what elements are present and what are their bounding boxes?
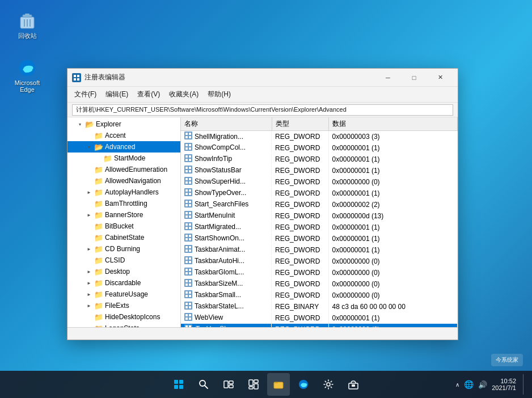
reg-type-cell: REG_DWORD: [272, 165, 328, 176]
table-row[interactable]: StartMenuInitREG_DWORD0x0000000d (13): [181, 210, 458, 222]
reg-type-cell: REG_DWORD: [272, 131, 328, 142]
expand-explorer[interactable]: ▾: [77, 121, 83, 128]
reg-type-cell: REG_DWORD: [272, 210, 328, 222]
expand-cabinet[interactable]: [86, 234, 92, 241]
svg-rect-18: [185, 144, 188, 146]
tree-item-advanced[interactable]: ▾ 📂 Advanced: [67, 141, 180, 153]
watermark: 今系统家: [491, 354, 523, 366]
tree-item-accent[interactable]: 📁 Accent: [67, 130, 180, 141]
watermark-text: 今系统家: [496, 357, 518, 363]
tree-item-explorer[interactable]: ▾ 📂 Explorer: [67, 118, 180, 130]
taskbar-explorer-button[interactable]: [267, 373, 290, 396]
svg-rect-8: [74, 75, 76, 77]
taskbar-edge-button[interactable]: [292, 373, 315, 396]
tree-item-fileexts[interactable]: ► 📁 FileExts: [67, 300, 180, 311]
reg-name-cell: Start_SearchFiles: [181, 199, 272, 210]
expand-advanced[interactable]: ▾: [86, 143, 92, 150]
tree-item-cabinet[interactable]: 📁 CabinetState: [67, 232, 180, 243]
table-row[interactable]: ShowSuperHid...REG_DWORD0x00000000 (0): [181, 176, 458, 188]
tray-clock[interactable]: 10:52 2021/7/1: [492, 378, 516, 391]
tray-volume-icon[interactable]: 🔊: [478, 380, 487, 389]
col-type[interactable]: 类型: [272, 117, 328, 131]
taskbar-settings-button[interactable]: [317, 373, 340, 396]
desktop-icon-edge[interactable]: Microsoft Edge: [9, 57, 45, 95]
expand-allowednav[interactable]: [86, 177, 92, 184]
tree-item-clsid[interactable]: 📁 CLSID: [67, 255, 180, 266]
menu-view[interactable]: 查看(V): [133, 87, 164, 101]
expand-banner[interactable]: ►: [86, 211, 92, 218]
table-row[interactable]: ShowStatusBarREG_DWORD0x00000001 (1): [181, 165, 458, 176]
expand-hidedesktop[interactable]: [86, 314, 92, 320]
tree-item-startmode[interactable]: 📁 StartMode: [67, 153, 180, 164]
tree-item-bam[interactable]: 📁 BamThrottling: [67, 198, 180, 209]
svg-rect-41: [189, 193, 191, 195]
table-row[interactable]: TaskbarSmall...REG_DWORD0x00000000 (0): [181, 290, 458, 301]
expand-allowedenum[interactable]: [86, 166, 92, 173]
tree-item-logonstats[interactable]: 📁 LogonStats: [67, 323, 180, 327]
svg-rect-114: [254, 384, 258, 389]
tree-item-allowedenum[interactable]: 📁 AllowedEnumeration: [67, 164, 180, 175]
reg-name-text: ShowCompCol...: [195, 143, 246, 151]
expand-accent[interactable]: [86, 132, 92, 139]
col-name[interactable]: 名称: [181, 117, 272, 131]
address-input[interactable]: 计算机\HKEY_CURRENT_USER\Software\Microsoft…: [72, 104, 453, 116]
table-row[interactable]: TaskbarAnimat...REG_DWORD0x00000001 (1): [181, 244, 458, 256]
minimize-button[interactable]: ─: [375, 69, 401, 87]
menu-favorites[interactable]: 收藏夹(A): [164, 87, 203, 101]
expand-bam[interactable]: [86, 200, 92, 207]
table-row[interactable]: ShowInfoTipREG_DWORD0x00000001 (1): [181, 154, 458, 165]
reg-name-text: ShowStatusBar: [195, 166, 242, 174]
close-button[interactable]: ✕: [427, 69, 453, 87]
table-row[interactable]: TaskbarGlomL...REG_DWORD0x00000000 (0): [181, 267, 458, 278]
expand-desktop[interactable]: ►: [86, 268, 92, 275]
menu-edit[interactable]: 编辑(E): [101, 87, 133, 101]
tray-network-icon[interactable]: 🌐: [464, 380, 474, 389]
expand-startmode[interactable]: [95, 155, 102, 162]
tree-item-feature[interactable]: ► 📁 FeatureUsage: [67, 289, 180, 300]
table-row[interactable]: TaskbarStateL...REG_BINARY48 c3 da 60 00…: [181, 301, 458, 312]
tree-item-allowednav[interactable]: 📁 AllowedNavigation: [67, 175, 180, 187]
tree-item-bitbucket[interactable]: 📁 BitBucket: [67, 221, 180, 232]
table-row[interactable]: StartShownOn...REG_DWORD0x00000001 (1): [181, 233, 458, 244]
tree-panel[interactable]: ▾ 📂 Explorer 📁 Accent ▾ 📂 Advanced: [67, 117, 181, 327]
tree-item-discard[interactable]: ► 📁 Discardable: [67, 277, 180, 289]
expand-bitbucket[interactable]: [86, 223, 92, 230]
svg-rect-29: [189, 167, 191, 169]
table-panel[interactable]: 名称 类型 数据 ShellMigration...REG_DWORD0x000…: [181, 117, 458, 327]
tray-chevron[interactable]: ∧: [455, 382, 459, 388]
taskbar-taskview-button[interactable]: [217, 373, 240, 396]
desktop-icon-recycle[interactable]: 回收站: [9, 9, 45, 43]
menu-help[interactable]: 帮助(H): [203, 87, 235, 101]
taskbar-widgets-button[interactable]: [242, 373, 265, 396]
taskbar-store-button[interactable]: [342, 373, 365, 396]
tree-item-cdburn[interactable]: ► 📁 CD Burning: [67, 243, 180, 255]
table-row[interactable]: ShowTypeOver...REG_DWORD0x00000001 (1): [181, 188, 458, 199]
svg-rect-26: [189, 159, 191, 161]
tree-item-hidedesktop[interactable]: 📁 HideDesktopIcons: [67, 311, 180, 323]
expand-clsid[interactable]: [86, 257, 92, 264]
taskbar-start-button[interactable]: [167, 373, 190, 396]
expand-feature[interactable]: ►: [86, 291, 92, 298]
registry-table: 名称 类型 数据 ShellMigration...REG_DWORD0x000…: [181, 117, 458, 327]
table-row[interactable]: ShellMigration...REG_DWORD0x00000003 (3): [181, 131, 458, 142]
tree-item-desktop[interactable]: ► 📁 Desktop: [67, 266, 180, 277]
taskbar-search-button[interactable]: [192, 373, 215, 396]
table-row[interactable]: TaskbarSizeM...REG_DWORD0x00000000 (0): [181, 278, 458, 290]
table-row[interactable]: StartMigrated...REG_DWORD0x00000001 (1): [181, 222, 458, 233]
expand-discard[interactable]: ►: [86, 280, 92, 286]
svg-rect-14: [189, 133, 191, 135]
reg-value-icon: [184, 211, 192, 221]
table-row[interactable]: TaskbarAutoHi...REG_DWORD0x00000000 (0): [181, 256, 458, 267]
tree-item-banner[interactable]: ► 📁 BannerStore: [67, 209, 180, 221]
tray-show-desktop[interactable]: [523, 374, 525, 395]
expand-fileexts[interactable]: ►: [86, 302, 92, 309]
table-row[interactable]: WebViewREG_DWORD0x00000001 (1): [181, 312, 458, 324]
col-data[interactable]: 数据: [328, 117, 458, 131]
table-row[interactable]: Start_SearchFilesREG_DWORD0x00000002 (2): [181, 199, 458, 210]
maximize-button[interactable]: □: [401, 69, 427, 87]
menu-file[interactable]: 文件(F): [70, 87, 101, 101]
tree-item-autoplay[interactable]: ► 📁 AutoplayHandlers: [67, 187, 180, 198]
expand-autoplay[interactable]: ►: [86, 189, 92, 196]
table-row[interactable]: ShowCompCol...REG_DWORD0x00000001 (1): [181, 142, 458, 154]
expand-cdburn[interactable]: ►: [86, 245, 92, 252]
